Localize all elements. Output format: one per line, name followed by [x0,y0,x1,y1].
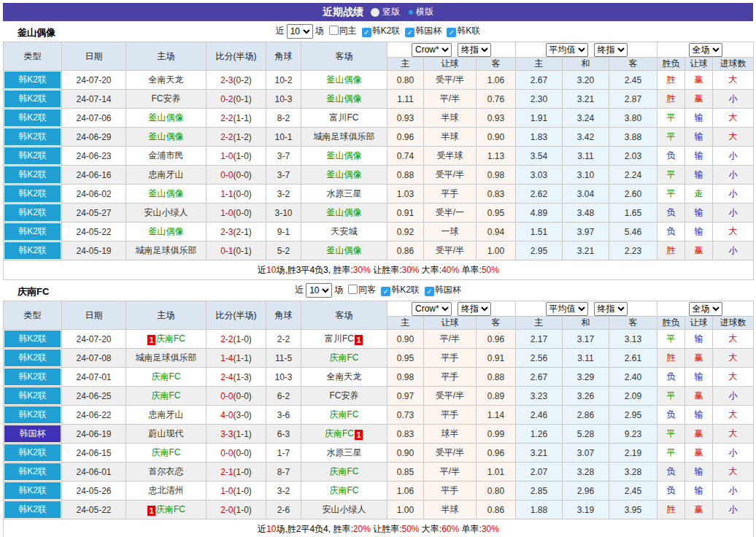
layout-radio-option[interactable]: 横版 [409,6,433,18]
odds-source-select[interactable]: 终指 [594,43,628,57]
average-odds-cell: 1.26 [516,425,563,444]
filter-checkbox[interactable]: ✓ [381,287,390,296]
team-name: 庆南FC [18,285,49,298]
summary-row: 近10场,胜2平4负4, 胜率:20% 让胜率:50% 大率:60% 单率:30… [4,519,754,537]
odds-source-select[interactable]: 终指 [458,43,491,57]
league-type-cell: 韩K2联 [4,242,62,260]
result-cell: 小 [713,482,754,501]
average-odds-cell: 3.88 [609,128,657,147]
result-cell: 赢 [685,425,713,444]
handicap-odds-cell: 平/半 [424,463,477,482]
league-type-cell: 韩K2联 [4,406,62,425]
odds-source-select[interactable]: 全场 [689,43,722,57]
filter-checkbox[interactable]: ✓ [425,287,434,296]
match-row: 韩K2联24-05-26忠北清州1-0(1-0)3-2庆南FC1.06平手0.8… [4,482,754,501]
corner-cell: 3-7 [266,147,301,166]
odds-source-select[interactable]: 终指 [594,302,628,316]
column-subheader: 让球 [424,317,477,330]
radio-icon [409,10,413,15]
away-team-cell: 天安城 [301,223,387,242]
halftime-score: (1-1) [234,353,252,363]
team-label: 城南足球俱乐部 [136,352,197,363]
odds-source-select[interactable]: 全场 [689,302,722,316]
handicap-odds-cell: 受半/一 [424,204,477,223]
column-header: 比分(半场) [207,301,266,330]
column-header: 主场 [126,301,207,330]
score-cell: 2-3(2-1) [207,223,266,242]
handicap-odds-cell: 0.83 [387,425,424,444]
odds-source-header: 全场 [657,42,754,58]
odds-source-select[interactable]: 终指 [458,302,491,316]
handicap-odds-cell: 一球 [424,223,477,242]
team-label: 釜山偶像 [327,207,362,217]
average-odds-cell: 2.19 [609,444,657,463]
odds-source-select[interactable]: Crow* [412,302,452,316]
date-cell: 24-07-20 [62,71,126,90]
fulltime-score: 4-0 [220,410,233,420]
filter-checkbox[interactable] [329,26,339,35]
radio-icon [371,8,379,17]
result-cell: 大 [713,128,754,147]
team-label: 庆南FC [152,447,181,457]
corner-cell: 8-2 [266,109,301,128]
games-count-select[interactable]: 10 [306,283,332,298]
odds-source-select[interactable]: 平均值 [546,43,588,57]
home-team-cell: 蔚山现代 [126,425,207,444]
layout-radio-option[interactable]: 竖版 [371,6,400,18]
result-cell: 走 [685,185,713,204]
away-team-cell: FC安养 [301,387,387,406]
summary-segment: 10 [266,265,276,275]
home-team-cell: FC安养 [126,90,207,109]
odds-source-select[interactable]: 平均值 [546,302,588,316]
score-cell: 1-1(0-0) [207,185,266,204]
summary-segment: 近 [258,265,266,275]
filter-checkbox[interactable]: ✓ [362,28,371,37]
league-type-cell: 韩K2联 [4,501,62,519]
average-odds-cell: 1.83 [516,128,563,147]
halftime-score: (1-0) [234,486,252,496]
match-row: 韩国杯24-06-19蔚山现代3-3(1-1)6-3庆南FC10.83球半0.9… [4,425,754,444]
summary-segment: 单率: [459,524,482,534]
average-odds-cell: 2.60 [609,185,657,204]
home-team-cell: 釜山偶像 [126,185,207,204]
average-odds-cell: 2.56 [516,349,563,368]
date-cell: 24-06-23 [62,147,126,166]
league-type-cell: 韩K2联 [4,387,62,406]
handicap-odds-cell: 1.00 [477,242,516,260]
odds-source-header: Crow*终指 [387,42,516,58]
team-label: 安山小绿人 [323,504,366,514]
games-count-select[interactable]: 10 [287,24,313,39]
league-type-badge: 韩K2联 [4,463,61,480]
average-odds-cell: 2.95 [516,242,563,260]
result-cell: 胜 [657,71,685,90]
team-label: 庆南FC [152,390,181,401]
result-cell: 小 [713,166,754,185]
odds-source-select[interactable]: Crow* [412,43,452,57]
result-cell: 小 [713,185,754,204]
result-cell: 输 [685,223,713,242]
column-header: 角球 [266,42,301,71]
red-card-badge: 1 [355,430,363,440]
match-row: 韩K2联24-07-06釜山偶像2-2(1-1)8-2富川FC0.93半球0.9… [4,109,754,128]
section-header: 庆南FC 近10场同客✓韩K2联✓韩国杯 [3,280,753,301]
filter-checkbox[interactable] [348,285,358,294]
away-team-cell: 富川FC [301,109,387,128]
team-label: 庆南FC [156,333,185,344]
summary-segment: 大率: [420,265,442,275]
handicap-odds-cell: 0.93 [477,109,516,128]
average-odds-cell: 1.65 [609,204,657,223]
result-cell: 胜 [657,501,685,519]
column-subheader: 主 [516,317,563,330]
away-team-cell: 釜山偶像 [301,71,387,90]
filter-checkbox[interactable]: ✓ [405,28,414,37]
result-cell: 小 [713,204,754,223]
handicap-odds-cell: 0.89 [477,387,516,406]
handicap-odds-cell: 0.86 [477,501,516,519]
average-odds-cell: 2.85 [516,482,563,501]
handicap-odds-cell: 0.99 [477,425,516,444]
away-team-cell: 釜山偶像 [301,147,387,166]
result-cell: 平 [657,444,685,463]
team-label: 城南足球俱乐部 [314,131,375,142]
date-cell: 24-05-22 [62,223,126,242]
filter-checkbox[interactable]: ✓ [447,28,456,37]
